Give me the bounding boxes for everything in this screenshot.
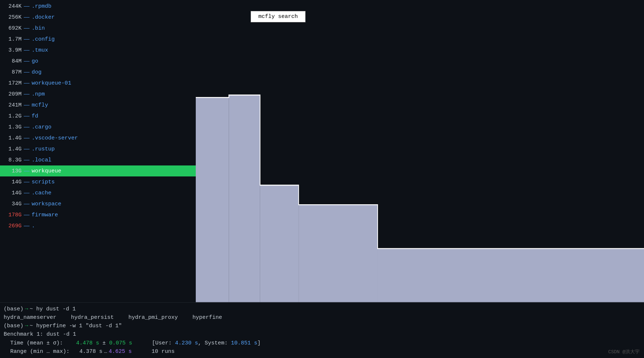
file-row: 1.4G.vscode-server [0,133,196,143]
range-runs: 10 runs [151,347,175,356]
range-label: Range (min … max): [10,347,70,356]
benchmark-line: Benchmark 1: dust -d 1 [4,330,640,339]
file-name: go [32,58,38,64]
autocomplete-item: hydra_pmi_proxy [128,313,178,322]
prompt-tilde-1: ~ [30,305,33,313]
file-size: 269G [1,223,22,229]
right-panel: mcfly search [196,0,644,302]
autocomplete-item: hyperfine [192,313,222,322]
file-row: 241Mmcfly [0,100,196,111]
main-area: 244K.rpmdb256K.docker692K.bin1.7M.config… [0,0,644,302]
benchmark-label: Benchmark 1: [4,330,43,339]
tree-line [24,190,30,196]
file-size: 178G [1,212,22,218]
file-name: .rpmdb [32,3,52,10]
file-row: 692K.bin [0,23,196,34]
file-row: 244K.rpmdb [0,1,196,12]
tree-line [24,4,30,9]
file-size: 34G [1,201,22,207]
file-name: firmware [32,212,58,218]
file-name: .cargo [32,124,52,130]
file-size: 1.4G [1,135,22,141]
mcfly-search-box: mcfly search [251,11,306,22]
terminal-line-2: (base) → ~ hyperfine -w 1 "dust -d 1" [4,322,640,330]
file-size: 3.9M [1,47,22,53]
file-row: 84Mgo [0,56,196,67]
file-size: 87M [1,69,22,75]
file-name: workqueue-01 [32,80,71,86]
tree-line [24,179,30,185]
tree-line [24,48,30,53]
file-name: mcfly [32,102,48,108]
time-label: Time (mean ± σ): [10,339,63,347]
file-size: 172M [1,80,22,86]
file-row: 3.9M.tmux [0,45,196,56]
file-size: 1.4G [1,146,22,152]
terminal-bottom: (base) → ~ hy dust -d 1 hydra_nameserver… [0,302,644,358]
range-line: Range (min … max): 4.378 s … 4.625 s 10 … [4,347,640,356]
range-min: 4.378 s [79,347,102,356]
file-name: . [32,223,35,229]
file-row: 209M.npm [0,89,196,100]
file-row: 1.4G.rustup [0,143,196,154]
file-size: 14G [1,190,22,196]
tree-line [24,168,30,174]
autocomplete-line: hydra_nameserverhydra_persisthydra_pmi_p… [4,313,640,322]
prompt-tilde-2: ~ [30,322,33,330]
tree-line [24,26,30,31]
file-size: 1.2G [1,113,22,119]
chart-bar [196,97,229,302]
system-label: , System: [198,339,228,347]
watermark: CSDN @洪大宇 [608,348,640,355]
file-name: .local [32,157,52,163]
chart-container [196,0,644,302]
tree-line [24,135,30,141]
file-size: 84M [1,58,22,64]
file-size: 241M [1,102,22,108]
benchmark-name: dust -d 1 [46,330,76,339]
tree-line [24,37,30,42]
time-user: 4.230 s [175,339,198,347]
prompt-arrow-2: → [25,322,28,330]
file-row: 1.3G.cargo [0,122,196,133]
time-sigma: 0.075 s [109,339,132,347]
file-name: .npm [32,91,45,97]
file-row: 178Gfirmware [0,209,196,220]
file-row: 8.3G.local [0,154,196,165]
chart-bar [378,249,644,302]
file-row: 14Gscripts [0,176,196,187]
tree-line [24,81,30,86]
file-name: workspace [32,201,61,207]
prompt-arrow-1: → [25,305,28,313]
tree-line [24,70,30,75]
file-name: scripts [32,179,55,185]
file-name: .rustup [32,146,55,152]
autocomplete-item: hydra_persist [71,313,114,322]
file-size: 209M [1,91,22,97]
chart-bar [229,95,260,302]
file-size: 692K [1,25,22,31]
file-name: .vscode-server [32,135,78,141]
tree-line [24,59,30,64]
file-size: 256K [1,14,22,20]
file-size: 1.7M [1,36,22,42]
bar-chart [196,0,644,302]
file-row: 1.7M.config [0,34,196,45]
tree-line [24,102,30,108]
file-row: 13Gworkqueue [0,165,196,176]
tree-line [24,92,30,97]
file-size: 13G [1,168,22,174]
file-row: 34Gworkspace [0,198,196,209]
prompt-cmd-1: hy dust -d 1 [36,305,76,313]
file-name: fd [32,113,38,119]
tree-line [24,157,30,163]
file-name: dog [32,69,42,75]
time-line: Time (mean ± σ): 4.478 s ± 0.075 s [User… [4,339,640,347]
file-row: 1.2Gfd [0,111,196,122]
file-size: 14G [1,179,22,185]
tree-line [24,223,30,229]
file-size: 1.3G [1,124,22,130]
file-name: .bin [32,25,45,31]
bracket-open: [User: [152,339,172,347]
tree-line [24,212,30,218]
